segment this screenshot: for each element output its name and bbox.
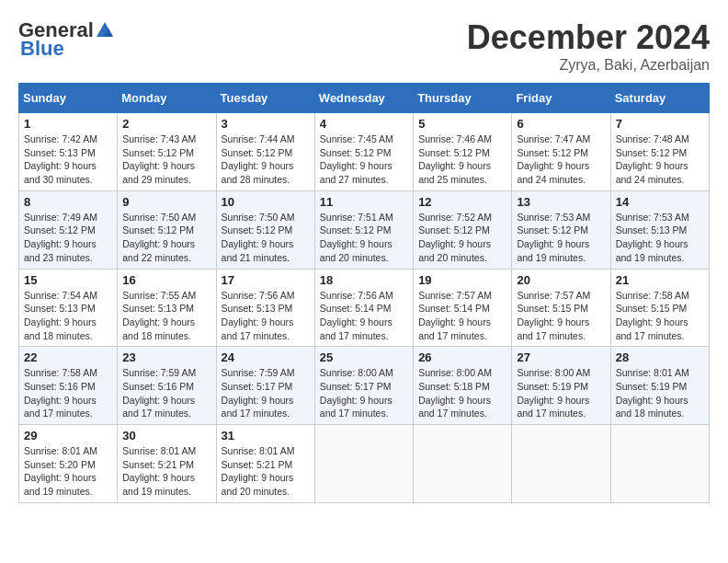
day-22: 22 Sunrise: 7:58 AMSunset: 5:16 PMDaylig… xyxy=(19,347,118,425)
header-friday: Friday xyxy=(512,84,610,113)
logo: General Blue xyxy=(18,18,116,61)
day-1: 1 Sunrise: 7:42 AMSunset: 5:13 PMDayligh… xyxy=(19,113,118,191)
day-9: 9 Sunrise: 7:50 AMSunset: 5:12 PMDayligh… xyxy=(118,190,216,269)
day-23: 23 Sunrise: 7:59 AMSunset: 5:16 PMDaylig… xyxy=(118,347,216,425)
day-4: 4 Sunrise: 7:45 AMSunset: 5:12 PMDayligh… xyxy=(314,113,413,191)
day-21: 21 Sunrise: 7:58 AMSunset: 5:15 PMDaylig… xyxy=(610,269,709,347)
day-29: 29 Sunrise: 8:01 AMSunset: 5:20 PMDaylig… xyxy=(19,425,118,503)
day-18: 18 Sunrise: 7:56 AMSunset: 5:14 PMDaylig… xyxy=(314,269,413,347)
header: General Blue December 2024 Zyrya, Baki, … xyxy=(18,18,710,74)
day-24: 24 Sunrise: 7:59 AMSunset: 5:17 PMDaylig… xyxy=(216,347,314,425)
month-title: December 2024 xyxy=(467,18,710,57)
week-row-2: 8 Sunrise: 7:49 AMSunset: 5:12 PMDayligh… xyxy=(19,190,710,269)
logo-icon xyxy=(95,20,115,40)
header-tuesday: Tuesday xyxy=(216,84,314,113)
day-5: 5 Sunrise: 7:46 AMSunset: 5:12 PMDayligh… xyxy=(414,113,512,191)
day-17: 17 Sunrise: 7:56 AMSunset: 5:13 PMDaylig… xyxy=(216,269,314,347)
day-15: 15 Sunrise: 7:54 AMSunset: 5:13 PMDaylig… xyxy=(19,269,118,347)
header-thursday: Thursday xyxy=(414,84,512,113)
day-7: 7 Sunrise: 7:48 AMSunset: 5:12 PMDayligh… xyxy=(610,113,709,191)
day-28: 28 Sunrise: 8:01 AMSunset: 5:19 PMDaylig… xyxy=(610,347,709,425)
day-8: 8 Sunrise: 7:49 AMSunset: 5:12 PMDayligh… xyxy=(19,190,118,269)
header-monday: Monday xyxy=(118,84,216,113)
day-26: 26 Sunrise: 8:00 AMSunset: 5:18 PMDaylig… xyxy=(414,347,512,425)
header-row: Sunday Monday Tuesday Wednesday Thursday… xyxy=(19,84,710,113)
location-subtitle: Zyrya, Baki, Azerbaijan xyxy=(467,57,710,74)
day-16: 16 Sunrise: 7:55 AMSunset: 5:13 PMDaylig… xyxy=(118,269,216,347)
header-sunday: Sunday xyxy=(19,84,118,113)
day-31: 31 Sunrise: 8:01 AMSunset: 5:21 PMDaylig… xyxy=(216,425,314,503)
week-row-4: 22 Sunrise: 7:58 AMSunset: 5:16 PMDaylig… xyxy=(19,347,710,425)
calendar-table: Sunday Monday Tuesday Wednesday Thursday… xyxy=(18,83,710,503)
day-10: 10 Sunrise: 7:50 AMSunset: 5:12 PMDaylig… xyxy=(216,190,314,269)
day-2: 2 Sunrise: 7:43 AMSunset: 5:12 PMDayligh… xyxy=(118,113,216,191)
day-11: 11 Sunrise: 7:51 AMSunset: 5:12 PMDaylig… xyxy=(314,190,413,269)
day-30: 30 Sunrise: 8:01 AMSunset: 5:21 PMDaylig… xyxy=(118,425,216,503)
empty-cell-2 xyxy=(414,425,512,503)
week-row-5: 29 Sunrise: 8:01 AMSunset: 5:20 PMDaylig… xyxy=(19,425,710,503)
day-25: 25 Sunrise: 8:00 AMSunset: 5:17 PMDaylig… xyxy=(314,347,413,425)
header-wednesday: Wednesday xyxy=(314,84,413,113)
day-3: 3 Sunrise: 7:44 AMSunset: 5:12 PMDayligh… xyxy=(216,113,314,191)
empty-cell-1 xyxy=(314,425,413,503)
day-20: 20 Sunrise: 7:57 AMSunset: 5:15 PMDaylig… xyxy=(512,269,610,347)
day-19: 19 Sunrise: 7:57 AMSunset: 5:14 PMDaylig… xyxy=(414,269,512,347)
day-14: 14 Sunrise: 7:53 AMSunset: 5:13 PMDaylig… xyxy=(610,190,709,269)
day-13: 13 Sunrise: 7:53 AMSunset: 5:12 PMDaylig… xyxy=(512,190,610,269)
empty-cell-4 xyxy=(610,425,709,503)
day-27: 27 Sunrise: 8:00 AMSunset: 5:19 PMDaylig… xyxy=(512,347,610,425)
empty-cell-3 xyxy=(512,425,610,503)
week-row-1: 1 Sunrise: 7:42 AMSunset: 5:13 PMDayligh… xyxy=(19,113,710,191)
title-area: December 2024 Zyrya, Baki, Azerbaijan xyxy=(467,18,710,74)
day-12: 12 Sunrise: 7:52 AMSunset: 5:12 PMDaylig… xyxy=(414,190,512,269)
header-saturday: Saturday xyxy=(610,84,709,113)
day-6: 6 Sunrise: 7:47 AMSunset: 5:12 PMDayligh… xyxy=(512,113,610,191)
logo-blue-text: Blue xyxy=(18,37,64,61)
week-row-3: 15 Sunrise: 7:54 AMSunset: 5:13 PMDaylig… xyxy=(19,269,710,347)
